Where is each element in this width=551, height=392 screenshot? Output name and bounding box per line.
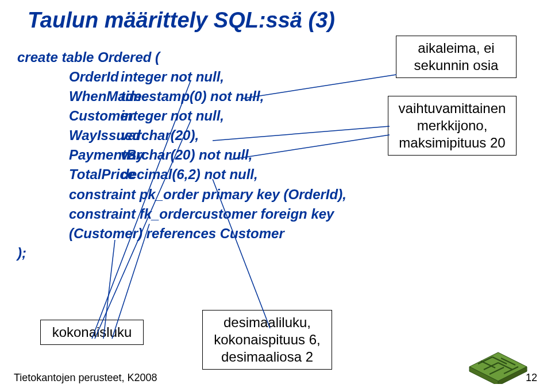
col-name: Customer bbox=[17, 106, 121, 126]
col-name: TotalPrice bbox=[17, 165, 121, 184]
col-type: timestamp(0) not null, bbox=[121, 87, 264, 106]
code-line: (Customer) references Customer bbox=[17, 224, 551, 243]
annotation-kokonaisluku: kokonaisluku bbox=[40, 320, 144, 345]
footer-text: Tietokantojen perusteet, K2008 bbox=[14, 372, 157, 384]
slide-title: Taulun määrittely SQL:ssä (3) bbox=[0, 0, 551, 33]
col-name: WayIssued bbox=[17, 126, 121, 145]
col-type: decimal(6,2) not null, bbox=[121, 165, 258, 184]
annotation-aikaleima: aikaleima, ei sekunnin osia bbox=[396, 36, 517, 78]
col-name: OrderId bbox=[17, 67, 121, 87]
slide-content: create table Ordered ( OrderId integer n… bbox=[0, 33, 551, 263]
code-line: constraint fk_ordercustomer foreign key bbox=[17, 204, 551, 224]
annotation-desimaali: desimaaliluku, kokonaispituus 6, desimaa… bbox=[202, 310, 332, 370]
col-name: PaymentBy bbox=[17, 145, 121, 165]
maze-icon bbox=[464, 332, 533, 384]
code-line: constraint pk_order primary key (OrderId… bbox=[17, 185, 551, 204]
code-line: ); bbox=[17, 243, 551, 263]
col-type: varchar(20) not null, bbox=[121, 145, 252, 165]
col-type: integer not null, bbox=[121, 67, 224, 87]
col-type: varchar(20), bbox=[121, 126, 199, 145]
slide-footer: Tietokantojen perusteet, K2008 12 bbox=[14, 372, 537, 384]
annotation-vaihtuva: vaihtuvamittainen merkkijono, maksimipit… bbox=[388, 96, 517, 156]
col-type: integer not null, bbox=[121, 106, 224, 126]
code-line: TotalPrice decimal(6,2) not null, bbox=[17, 165, 551, 184]
col-name: WhenMade bbox=[17, 87, 121, 106]
